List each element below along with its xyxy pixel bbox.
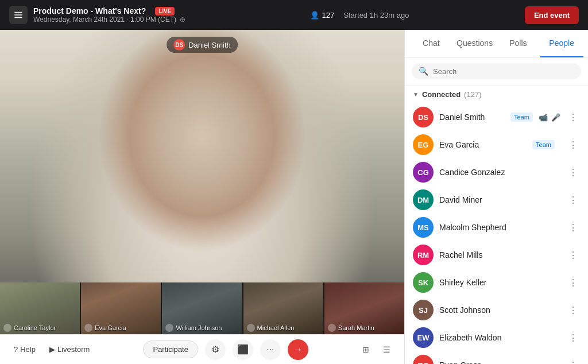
thumb-avatar-2: [165, 324, 173, 332]
more-button-6[interactable]: ⋮: [566, 276, 580, 289]
app-logo[interactable]: [9, 6, 28, 24]
leave-button[interactable]: →: [288, 339, 308, 360]
person-row-5[interactable]: RMRachel Mills⋮: [405, 241, 588, 269]
person-row-3[interactable]: DMDavid Miner⋮: [405, 186, 588, 214]
person-avatar-2: CG: [413, 162, 434, 183]
person-avatar-5: RM: [413, 245, 434, 265]
gear-icon: ⚙: [211, 344, 219, 355]
person-name-1: Eva Garcia: [439, 140, 529, 149]
record-button[interactable]: ⬛: [233, 339, 253, 360]
person-avatar-8: EW: [413, 327, 434, 348]
thumb-name-2: William Johnson: [165, 324, 222, 332]
share-icon: ⊕: [180, 16, 185, 24]
thumb-avatar-1: [84, 324, 92, 332]
speaker-label: DS Daniel Smith: [167, 37, 238, 53]
person-icons-0: 📹🎤: [539, 113, 560, 122]
attendee-count: 👤 127: [310, 11, 334, 20]
people-list: ▼ Connected (127) DSDaniel SmithTeam📹🎤⋮E…: [405, 86, 588, 364]
connected-count: (127): [464, 90, 481, 99]
more-button-7[interactable]: ⋮: [566, 303, 580, 317]
help-icon: ?: [14, 345, 18, 354]
participate-button[interactable]: Participate: [143, 340, 198, 358]
more-button-9[interactable]: ⋮: [566, 358, 580, 364]
team-badge-0: Team: [510, 113, 533, 122]
person-row-7[interactable]: SJScott Johnson⋮: [405, 296, 588, 324]
person-row-8[interactable]: EWElizabeth Waldon⋮: [405, 324, 588, 351]
thumb-avatar-0: [3, 324, 11, 332]
event-title: Product Demo - What's Next?: [33, 6, 146, 16]
thumb-3[interactable]: Michael Allen: [243, 282, 323, 334]
person-name-6: Shirley Keller: [439, 278, 555, 287]
thumb-4[interactable]: Sarah Martin: [324, 282, 404, 334]
thumb-name-0: Caroline Taylor: [3, 324, 56, 332]
more-button-8[interactable]: ⋮: [566, 331, 580, 344]
thumb-2[interactable]: William Johnson: [162, 282, 242, 334]
view-button-2[interactable]: ☰: [378, 341, 395, 358]
person-row-4[interactable]: MSMalcolm Shepherd⋮: [405, 214, 588, 241]
person-name-4: Malcolm Shepherd: [439, 223, 555, 232]
person-avatar-3: DM: [413, 189, 434, 210]
person-row-6[interactable]: SKShirley Keller⋮: [405, 269, 588, 296]
more-button-5[interactable]: ⋮: [566, 248, 580, 262]
settings-button[interactable]: ⚙: [205, 339, 226, 360]
more-options-button[interactable]: ···: [260, 339, 281, 360]
person-row-1[interactable]: EGEva GarciaTeam⋮: [405, 131, 588, 158]
person-name-7: Scott Johnson: [439, 305, 555, 315]
person-name-9: Ryan Cross: [439, 361, 555, 364]
team-badge-1: Team: [532, 140, 555, 149]
header-center: 👤 127 Started 1h 23m ago: [195, 11, 525, 20]
svg-rect-1: [14, 14, 22, 16]
more-button-4[interactable]: ⋮: [566, 220, 580, 234]
person-name-8: Elizabeth Waldon: [439, 333, 555, 342]
header: Product Demo - What's Next? LIVE Wednesd…: [0, 0, 588, 30]
view-button-1[interactable]: ⊞: [357, 341, 374, 358]
bottom-bar-center: Participate ⚙ ⬛ ··· →: [99, 339, 353, 360]
person-avatar-9: RC: [413, 355, 434, 364]
person-avatar-1: EG: [413, 134, 434, 155]
thumb-1[interactable]: Eva Garcia: [81, 282, 161, 334]
app-container: Product Demo - What's Next? LIVE Wednesd…: [0, 0, 588, 364]
leave-icon: →: [293, 344, 303, 355]
ellipsis-icon: ···: [266, 344, 274, 355]
person-row-2[interactable]: CGCandice Gonzalez⋮: [405, 158, 588, 186]
livestorm-button[interactable]: ▶ Livestorm: [45, 342, 94, 357]
tab-chat[interactable]: Chat: [409, 30, 453, 57]
main-content: DS Daniel Smith Caroline Taylor: [0, 30, 588, 364]
help-button[interactable]: ? Help: [9, 342, 40, 357]
connected-section-header[interactable]: ▼ Connected (127): [405, 86, 588, 103]
person-list-container: DSDaniel SmithTeam📹🎤⋮EGEva GarciaTeam⋮CG…: [405, 103, 588, 364]
person-avatar-4: MS: [413, 217, 434, 238]
svg-rect-2: [14, 17, 22, 18]
tab-polls[interactable]: Polls: [497, 30, 540, 57]
connected-chevron: ▼: [413, 91, 419, 98]
more-button-3[interactable]: ⋮: [566, 193, 580, 207]
person-row-0[interactable]: DSDaniel SmithTeam📹🎤⋮: [405, 103, 588, 131]
search-icon: 🔍: [419, 67, 428, 76]
person-name-0: Daniel Smith: [439, 113, 507, 122]
person-avatar-6: SK: [413, 272, 434, 293]
mic-icon-0: 🎤: [551, 113, 560, 122]
thumb-avatar-3: [247, 324, 255, 332]
more-button-1[interactable]: ⋮: [566, 138, 580, 152]
end-event-button[interactable]: End event: [525, 6, 579, 24]
main-video: DS Daniel Smith: [0, 30, 404, 282]
person-avatar-7: SJ: [413, 300, 434, 320]
record-icon: ⬛: [237, 344, 249, 355]
tab-people[interactable]: People: [540, 30, 583, 57]
attendee-icon: 👤: [310, 11, 319, 20]
person-row-9[interactable]: RCRyan Cross⋮: [405, 351, 588, 364]
more-button-0[interactable]: ⋮: [566, 110, 580, 124]
search-input[interactable]: [433, 67, 574, 76]
video-background: [0, 30, 404, 282]
person-name-5: Rachel Mills: [439, 250, 555, 260]
started-text: Started 1h 23m ago: [343, 11, 409, 20]
grid-icon: ⊞: [362, 345, 369, 354]
panel-tabs: Chat Questions Polls People: [405, 30, 588, 57]
more-button-2[interactable]: ⋮: [566, 165, 580, 179]
person-avatar-0: DS: [413, 107, 434, 127]
video-area: DS Daniel Smith Caroline Taylor: [0, 30, 404, 364]
event-date: Wednesday, March 24th 2021 · 1:00 PM (CE…: [33, 16, 185, 24]
livestorm-icon: ▶: [49, 345, 55, 354]
thumb-0[interactable]: Caroline Taylor: [0, 282, 80, 334]
tab-questions[interactable]: Questions: [453, 30, 497, 57]
